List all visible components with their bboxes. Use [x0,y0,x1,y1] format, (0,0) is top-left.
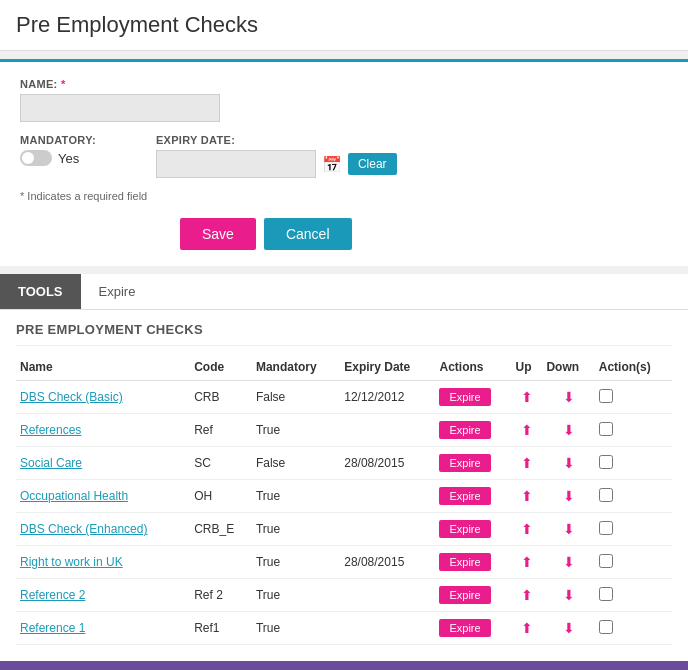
cell-up: ⬆ [512,414,543,447]
cell-down: ⬇ [542,579,594,612]
action-checkbox[interactable] [599,521,613,535]
name-link[interactable]: References [20,423,81,437]
cell-expiry-date: 28/08/2015 [340,546,435,579]
up-icon[interactable]: ⬆ [521,587,533,603]
expiry-section: EXPIRY DATE: 📅 Clear [156,134,397,178]
mandatory-expiry-row: MANDATORY: Yes EXPIRY DATE: 📅 Clear [20,134,668,178]
cell-expiry-date: 28/08/2015 [340,447,435,480]
name-link[interactable]: Occupational Health [20,489,128,503]
cell-down: ⬇ [542,546,594,579]
name-field-row: NAME: * [20,78,668,122]
name-link[interactable]: DBS Check (Basic) [20,390,123,404]
cell-actions: Expire [435,513,511,546]
col-up: Up [512,354,543,381]
mandatory-toggle[interactable] [20,150,52,166]
cell-down: ⬇ [542,513,594,546]
up-icon[interactable]: ⬆ [521,455,533,471]
required-note: * Indicates a required field [20,190,668,202]
down-icon[interactable]: ⬇ [563,455,575,471]
action-checkbox[interactable] [599,488,613,502]
cell-up: ⬆ [512,612,543,645]
name-link[interactable]: Reference 2 [20,588,85,602]
calendar-icon[interactable]: 📅 [322,155,342,174]
cell-action-checkbox [595,513,672,546]
page-title: Pre Employment Checks [16,12,672,38]
mandatory-toggle-label: Yes [20,150,96,166]
down-icon[interactable]: ⬇ [563,422,575,438]
down-icon[interactable]: ⬇ [563,554,575,570]
save-button[interactable]: Save [180,218,256,250]
cell-expiry-date [340,414,435,447]
name-link[interactable]: DBS Check (Enhanced) [20,522,147,536]
action-checkbox[interactable] [599,554,613,568]
expire-button[interactable]: Expire [439,454,490,472]
name-link[interactable]: Social Care [20,456,82,470]
name-input[interactable] [20,94,220,122]
cell-name: References [16,414,190,447]
expire-button[interactable]: Expire [439,586,490,604]
mandatory-value: Yes [58,151,79,166]
cell-down: ⬇ [542,480,594,513]
cell-name: DBS Check (Enhanced) [16,513,190,546]
cell-expiry-date: 12/12/2012 [340,381,435,414]
expire-button[interactable]: Expire [439,421,490,439]
down-icon[interactable]: ⬇ [563,521,575,537]
up-icon[interactable]: ⬆ [521,521,533,537]
expire-button[interactable]: Expire [439,520,490,538]
expire-button[interactable]: Expire [439,553,490,571]
name-link[interactable]: Right to work in UK [20,555,123,569]
action-checkbox[interactable] [599,422,613,436]
name-link[interactable]: Reference 1 [20,621,85,635]
form-actions: Save Cancel [180,218,668,250]
cell-mandatory: True [252,546,340,579]
cell-action-checkbox [595,579,672,612]
cell-up: ⬆ [512,513,543,546]
required-star: * [61,78,66,90]
expire-button[interactable]: Expire [439,619,490,637]
action-checkbox[interactable] [599,620,613,634]
cell-action-checkbox [595,414,672,447]
tab-expire[interactable]: Expire [81,274,154,309]
cell-expiry-date [340,612,435,645]
table-section-title: PRE EMPLOYMENT CHECKS [16,310,672,346]
mandatory-section: MANDATORY: Yes [20,134,96,166]
cell-mandatory: False [252,381,340,414]
action-checkbox[interactable] [599,389,613,403]
expiry-label: EXPIRY DATE: [156,134,397,146]
cell-down: ⬇ [542,381,594,414]
action-checkbox[interactable] [599,587,613,601]
up-icon[interactable]: ⬆ [521,554,533,570]
tab-tools[interactable]: TOOLS [0,274,81,309]
down-icon[interactable]: ⬇ [563,587,575,603]
col-down: Down [542,354,594,381]
up-icon[interactable]: ⬆ [521,422,533,438]
cell-down: ⬇ [542,612,594,645]
action-checkbox[interactable] [599,455,613,469]
cell-up: ⬆ [512,480,543,513]
cell-mandatory: False [252,447,340,480]
down-icon[interactable]: ⬇ [563,389,575,405]
cell-actions: Expire [435,447,511,480]
cell-code: OH [190,480,252,513]
cell-up: ⬆ [512,381,543,414]
cell-code: CRB [190,381,252,414]
up-icon[interactable]: ⬆ [521,488,533,504]
up-icon[interactable]: ⬆ [521,620,533,636]
cell-actions: Expire [435,546,511,579]
down-icon[interactable]: ⬇ [563,488,575,504]
expire-button[interactable]: Expire [439,487,490,505]
col-expiry-date: Expiry Date [340,354,435,381]
expiry-date-input[interactable] [156,150,316,178]
table-row: Right to work in UK True 28/08/2015 Expi… [16,546,672,579]
down-icon[interactable]: ⬇ [563,620,575,636]
col-name: Name [16,354,190,381]
clear-button[interactable]: Clear [348,153,397,175]
cell-actions: Expire [435,480,511,513]
cell-code: Ref 2 [190,579,252,612]
up-icon[interactable]: ⬆ [521,389,533,405]
cell-action-checkbox [595,447,672,480]
cancel-button[interactable]: Cancel [264,218,352,250]
tabs-section: TOOLS Expire PRE EMPLOYMENT CHECKS Name … [0,274,688,661]
table-row: DBS Check (Enhanced) CRB_E True Expire ⬆… [16,513,672,546]
expire-button[interactable]: Expire [439,388,490,406]
